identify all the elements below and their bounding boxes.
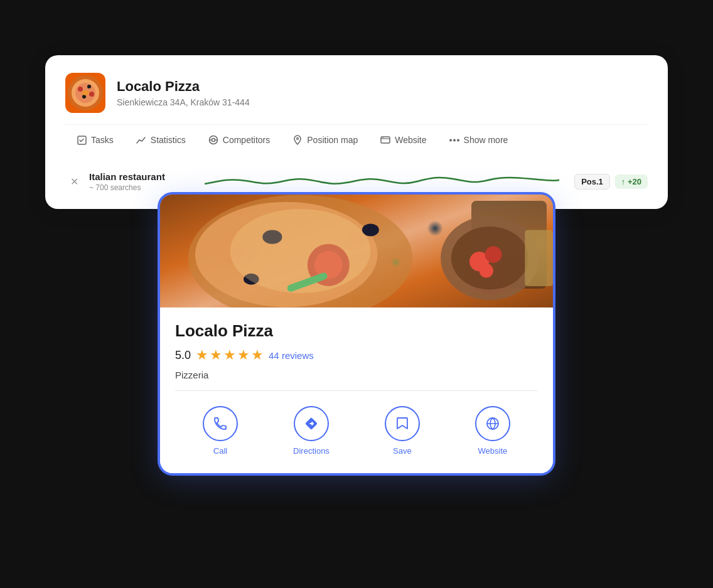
pizza-photo-inner: [160, 195, 553, 307]
svg-point-7: [82, 90, 89, 95]
action-buttons: Call Directions: [175, 401, 538, 458]
position-badge: Pos.1: [574, 174, 610, 190]
star-5: ★: [251, 347, 264, 363]
tab-competitors-label: Competitors: [223, 135, 270, 145]
nav-tabs: Tasks Statistics Competitors: [65, 126, 648, 155]
star-1: ★: [196, 347, 208, 363]
statistics-icon: [136, 135, 146, 145]
svg-point-17: [383, 137, 384, 138]
chart-svg: [205, 166, 559, 196]
website-nav-icon: [380, 135, 390, 145]
website-button[interactable]: Website: [475, 406, 510, 456]
svg-rect-35: [525, 230, 553, 286]
directions-icon-circle: [294, 406, 329, 441]
svg-point-18: [449, 139, 452, 141]
stars: ★ ★ ★ ★ ★: [196, 347, 264, 363]
svg-point-10: [212, 139, 215, 142]
svg-point-3: [78, 87, 83, 92]
pizza-overlay-svg: [160, 195, 553, 307]
svg-point-13: [297, 138, 299, 140]
star-2: ★: [210, 347, 222, 363]
svg-point-33: [485, 246, 502, 263]
svg-point-19: [453, 139, 456, 141]
business-name: Localo Pizza: [117, 78, 250, 95]
position-change: ↑ +20: [615, 174, 648, 189]
svg-point-20: [457, 139, 459, 141]
tab-show-more[interactable]: Show more: [438, 126, 520, 155]
close-keyword-button[interactable]: ✕: [65, 173, 83, 190]
call-label: Call: [213, 446, 227, 456]
svg-point-4: [87, 85, 91, 88]
business-logo: [65, 73, 105, 113]
svg-point-16: [382, 137, 383, 138]
category: Pizzeria: [175, 370, 538, 391]
globe-icon: [485, 416, 500, 431]
rating-number: 5.0: [175, 349, 191, 362]
keyword-name: Italian restaurant: [89, 171, 190, 182]
website-icon-circle: [475, 406, 510, 441]
website-label: Website: [478, 446, 508, 456]
google-biz-name: Localo Pizza: [175, 321, 538, 341]
save-button[interactable]: Save: [385, 406, 420, 456]
tab-statistics[interactable]: Statistics: [125, 126, 197, 155]
phone-icon: [213, 416, 228, 431]
tab-competitors[interactable]: Competitors: [197, 126, 281, 155]
star-4: ★: [237, 347, 250, 363]
google-card: Localo Pizza 5.0 ★ ★ ★ ★ ★ 44 reviews Pi…: [160, 195, 553, 473]
svg-point-29: [230, 209, 371, 293]
save-label: Save: [393, 446, 412, 456]
directions-icon: [303, 415, 319, 432]
save-icon-circle: [385, 406, 420, 441]
google-card-body: Localo Pizza 5.0 ★ ★ ★ ★ ★ 44 reviews Pi…: [160, 307, 553, 473]
tasks-icon: [77, 135, 87, 145]
tab-tasks-label: Tasks: [91, 135, 114, 145]
pizza-photo: [160, 195, 553, 307]
tab-website-label: Website: [395, 135, 426, 145]
pizza-logo-icon: [65, 73, 105, 113]
management-card: Localo Pizza Sienkiewicza 34A, Kraków 31…: [45, 55, 668, 209]
tab-website[interactable]: Website: [369, 126, 437, 155]
keyword-info: Italian restaurant ~ 700 searches: [89, 171, 190, 192]
directions-label: Directions: [293, 446, 330, 456]
tab-show-more-label: Show more: [464, 135, 508, 145]
tab-tasks[interactable]: Tasks: [65, 126, 125, 155]
keyword-chart: [205, 166, 559, 196]
scene: Localo Pizza Sienkiewicza 34A, Kraków 31…: [0, 0, 713, 588]
star-3: ★: [223, 347, 236, 363]
business-header: Localo Pizza Sienkiewicza 34A, Kraków 31…: [65, 73, 648, 125]
position-map-icon: [292, 135, 303, 145]
directions-button[interactable]: Directions: [293, 406, 330, 456]
business-info: Localo Pizza Sienkiewicza 34A, Kraków 31…: [117, 78, 250, 107]
call-icon-circle: [203, 406, 238, 441]
business-address: Sienkiewicza 34A, Kraków 31-444: [117, 97, 250, 107]
more-icon: [449, 135, 459, 145]
competitors-icon: [208, 135, 218, 145]
tab-statistics-label: Statistics: [151, 135, 186, 145]
svg-point-34: [480, 264, 493, 277]
svg-point-6: [89, 92, 94, 97]
tab-position-map-label: Position map: [307, 135, 358, 145]
reviews-link[interactable]: 44 reviews: [269, 350, 314, 361]
call-button[interactable]: Call: [203, 406, 238, 456]
rating-row: 5.0 ★ ★ ★ ★ ★ 44 reviews: [175, 347, 538, 363]
bookmark-icon: [395, 416, 409, 431]
keyword-searches: ~ 700 searches: [89, 183, 190, 192]
tab-position-map[interactable]: Position map: [281, 126, 369, 155]
